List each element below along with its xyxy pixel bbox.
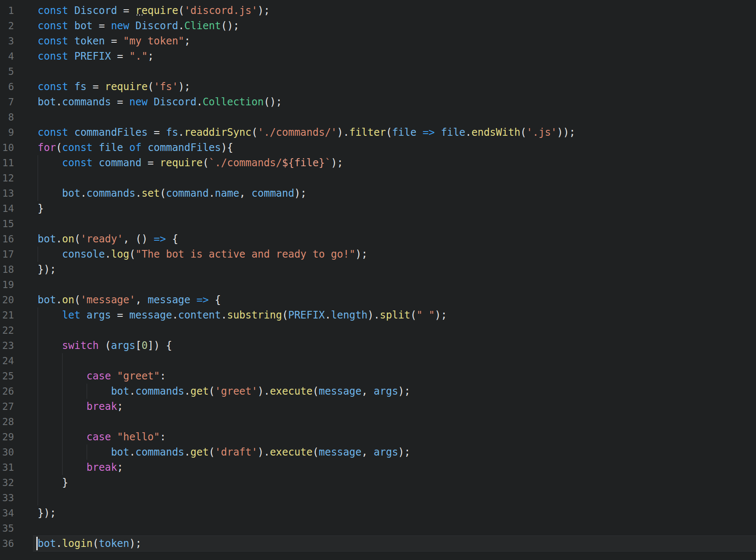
code-text — [38, 170, 756, 186]
code-token: 'message' — [80, 294, 135, 306]
code-token: ( — [520, 126, 526, 138]
code-token: . — [184, 385, 190, 397]
code-line[interactable]: 26 bot.commands.get('greet').execute(mes… — [0, 384, 756, 399]
code-token: . — [56, 233, 62, 245]
code-token: `./commands/ — [209, 157, 282, 169]
line-number: 6 — [0, 79, 14, 94]
code-line[interactable]: 10for(const file of commandFiles){ — [0, 140, 756, 155]
line-number: 17 — [0, 247, 14, 262]
indent-guide — [38, 399, 38, 414]
code-token: case — [87, 370, 117, 382]
line-number: 8 — [0, 110, 14, 125]
code-text: }); — [38, 505, 756, 521]
code-line[interactable]: 25 case "greet": — [0, 368, 756, 384]
code-editor[interactable]: 1const Discord = require('discord.js');2… — [0, 0, 756, 560]
code-line[interactable]: 19 — [0, 277, 756, 292]
code-token: } — [62, 477, 68, 489]
code-text: break; — [38, 460, 756, 475]
code-line[interactable]: 24 — [0, 353, 756, 368]
code-token: message — [319, 446, 362, 458]
code-token — [38, 157, 62, 169]
code-line[interactable]: 12 — [0, 170, 756, 186]
code-token: "my token" — [123, 35, 184, 47]
line-number: 4 — [0, 49, 14, 64]
line-number: 32 — [0, 475, 14, 490]
code-text: bot.login(token); — [38, 536, 756, 551]
code-line[interactable]: 2const bot = new Discord.Client(); — [0, 18, 756, 33]
code-line[interactable]: 23 switch (args[0]) { — [0, 338, 756, 353]
code-line[interactable]: 6const fs = require('fs'); — [0, 79, 756, 94]
code-line[interactable]: 21 let args = message.content.substring(… — [0, 307, 756, 323]
code-token: 'draft' — [215, 446, 257, 458]
line-number: 12 — [0, 170, 14, 186]
code-text: const bot = new Discord.Client(); — [38, 18, 756, 33]
code-line[interactable]: 29 case "hello": — [0, 429, 756, 445]
code-token: = — [105, 35, 123, 47]
code-line[interactable]: 32 } — [0, 475, 756, 490]
code-line[interactable]: 11 const command = require(`./commands/$… — [0, 155, 756, 170]
code-line[interactable]: 36bot.login(token); — [0, 536, 756, 551]
code-line[interactable]: 16bot.on('ready', () => { — [0, 231, 756, 247]
line-number: 30 — [0, 445, 14, 460]
code-token: ( — [312, 446, 318, 458]
code-token: command — [166, 187, 208, 199]
code-line[interactable]: 35 — [0, 521, 756, 536]
code-line[interactable]: 13 bot.commands.set(command.name, comman… — [0, 186, 756, 201]
code-line[interactable]: 9const commandFiles = fs.readdirSync('./… — [0, 125, 756, 140]
code-line[interactable]: 22 — [0, 323, 756, 338]
code-text: const fs = require('fs'); — [38, 79, 756, 94]
code-line[interactable]: 34}); — [0, 505, 756, 521]
code-line[interactable]: 18}); — [0, 262, 756, 277]
code-token: args — [374, 385, 398, 397]
indent-guide — [38, 475, 38, 490]
code-token: => — [154, 233, 166, 245]
code-line[interactable]: 20bot.on('message', message => { — [0, 292, 756, 307]
code-token: new — [111, 20, 135, 32]
code-line[interactable]: 7bot.commands = new Discord.Collection()… — [0, 94, 756, 110]
code-line[interactable]: 31 break; — [0, 460, 756, 475]
code-token: for — [38, 142, 56, 154]
code-line[interactable]: 4const PREFIX = "."; — [0, 49, 756, 64]
code-token: ); — [398, 385, 411, 397]
line-number: 34 — [0, 505, 14, 521]
code-token: . — [135, 187, 141, 199]
code-token: set — [142, 187, 160, 199]
code-token: case — [87, 431, 117, 443]
code-token: get — [190, 385, 208, 397]
code-token: ); — [435, 309, 447, 321]
line-number: 33 — [0, 490, 14, 505]
line-number: 35 — [0, 521, 14, 536]
code-token: ( — [386, 126, 392, 138]
code-text — [38, 414, 756, 429]
code-token: log — [111, 248, 129, 260]
code-line[interactable]: 15 — [0, 216, 756, 231]
code-line[interactable]: 17 console.log("The bot is active and re… — [0, 247, 756, 262]
code-token: Discord — [154, 96, 197, 108]
code-token: message — [319, 385, 362, 397]
code-line[interactable]: 1const Discord = require('discord.js'); — [0, 3, 756, 18]
code-text — [38, 521, 756, 536]
code-line[interactable]: 30 bot.commands.get('draft').execute(mes… — [0, 445, 756, 460]
code-token: = — [93, 20, 111, 32]
code-line[interactable]: 3const token = "my token"; — [0, 33, 756, 49]
code-token: )); — [557, 126, 575, 138]
code-line[interactable]: 27 break; — [0, 399, 756, 414]
code-token: . — [56, 294, 62, 306]
code-token — [38, 187, 62, 199]
code-token: require — [105, 81, 148, 93]
line-number: 7 — [0, 94, 14, 110]
code-line[interactable]: 8 — [0, 110, 756, 125]
code-text: console.log("The bot is active and ready… — [38, 247, 756, 262]
code-line[interactable]: 28 — [0, 414, 756, 429]
line-number: 31 — [0, 460, 14, 475]
code-line[interactable]: 5 — [0, 64, 756, 79]
code-line[interactable]: 14} — [0, 201, 756, 216]
code-token: ( — [178, 5, 184, 16]
code-token: ){ — [221, 142, 233, 154]
code-text: const Discord = require('discord.js'); — [38, 3, 756, 18]
code-text: case "hello": — [38, 429, 756, 445]
code-line[interactable]: 33 — [0, 490, 756, 505]
code-token: fs — [166, 126, 178, 138]
code-token: . — [172, 309, 178, 321]
code-token: fs — [74, 81, 87, 93]
